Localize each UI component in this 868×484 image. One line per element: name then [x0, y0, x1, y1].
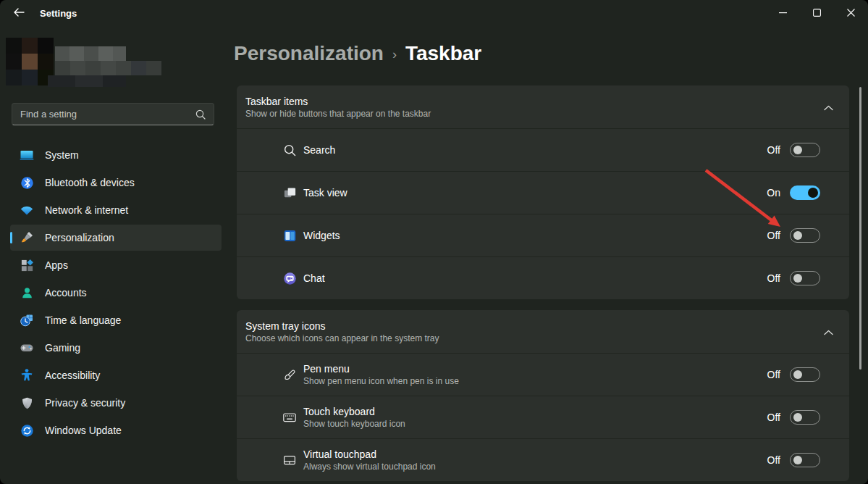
setting-row-pen-menu: Pen menu Show pen menu icon when pen is …: [237, 353, 849, 396]
pen-icon: [282, 367, 298, 383]
back-button[interactable]: [9, 4, 29, 22]
search-toggle[interactable]: [790, 143, 820, 157]
setting-row-search: Search Off: [237, 128, 849, 171]
search-icon: [195, 109, 206, 120]
toggle-state-label: On: [767, 187, 780, 199]
time-language-icon: [19, 313, 35, 327]
sidebar-item-label: Apps: [45, 259, 68, 271]
main-content: Personalization › Taskbar Taskbar items …: [233, 26, 868, 484]
chat-icon: [282, 270, 298, 286]
accessibility-icon: [19, 368, 35, 383]
apps-icon: [19, 258, 35, 272]
chevron-up-icon[interactable]: [824, 101, 833, 114]
sidebar-item-network-internet[interactable]: Network & internet: [10, 197, 222, 223]
setting-description: Show pen menu icon when pen is in use: [303, 376, 767, 387]
titlebar: Settings: [0, 0, 868, 26]
toggle-knob: [793, 456, 802, 464]
toggle-knob: [808, 188, 818, 198]
toggle-knob: [793, 231, 802, 240]
taskbar-items-card: Taskbar items Show or hide buttons that …: [237, 85, 849, 299]
sidebar-item-privacy-security[interactable]: Privacy & security: [10, 390, 222, 416]
sidebar-item-label: Gaming: [45, 342, 80, 354]
privacy-icon: [19, 396, 35, 410]
user-profile-redacted: [6, 38, 168, 87]
toggle-knob: [793, 413, 802, 422]
section-subtitle: Show or hide buttons that appear on the …: [245, 109, 824, 120]
bluetooth-icon: [19, 175, 35, 190]
sidebar-item-label: Privacy & security: [45, 397, 125, 409]
sidebar-item-label: Bluetooth & devices: [45, 177, 135, 188]
gaming-icon: [19, 341, 35, 355]
window-title: Settings: [40, 0, 77, 26]
find-a-setting-searchbox: [12, 103, 214, 125]
virtual-touchpad-icon: [282, 452, 298, 468]
breadcrumb: Personalization › Taskbar: [234, 42, 481, 65]
taskbar-items-header[interactable]: Taskbar items Show or hide buttons that …: [237, 85, 849, 128]
sidebar-item-accounts[interactable]: Accounts: [10, 280, 222, 306]
sidebar-item-time-language[interactable]: Time & language: [10, 307, 222, 333]
setting-label: Search: [303, 144, 767, 156]
sidebar-item-windows-update[interactable]: Windows Update: [10, 417, 222, 443]
setting-label: Pen menu: [303, 362, 767, 375]
setting-label: Touch keyboard: [303, 405, 767, 418]
sidebar: System Bluetooth & devices Network & int…: [0, 26, 233, 484]
toggle-state-label: Off: [767, 272, 780, 284]
touch-keyboard-toggle[interactable]: [790, 410, 820, 425]
sidebar-item-apps[interactable]: Apps: [10, 252, 222, 278]
setting-label: Virtual touchpad: [303, 448, 767, 461]
section-title: Taskbar items: [245, 95, 824, 108]
maximize-button[interactable]: [800, 0, 834, 26]
sidebar-item-label: Windows Update: [45, 425, 122, 436]
chevron-up-icon[interactable]: [824, 325, 833, 338]
setting-label: Widgets: [303, 230, 767, 241]
setting-label: Task view: [303, 187, 767, 199]
vertical-scrollbar[interactable]: [859, 87, 861, 370]
back-arrow-icon: [13, 7, 25, 20]
selected-indicator: [10, 232, 12, 243]
breadcrumb-parent[interactable]: Personalization: [234, 42, 384, 65]
sidebar-item-accessibility[interactable]: Accessibility: [10, 362, 222, 388]
sidebar-item-label: System: [45, 149, 79, 161]
minimize-icon: [779, 8, 787, 19]
system-tray-icons-header[interactable]: System tray icons Choose which icons can…: [237, 310, 849, 353]
sidebar-item-bluetooth-devices[interactable]: Bluetooth & devices: [10, 170, 222, 196]
task-view-icon: [282, 185, 298, 201]
sidebar-item-label: Personalization: [45, 232, 114, 243]
setting-row-touch-keyboard: Touch keyboard Show touch keyboard icon …: [237, 396, 849, 438]
sidebar-nav: System Bluetooth & devices Network & int…: [0, 141, 233, 445]
sidebar-item-system[interactable]: System: [10, 142, 222, 168]
task-view-toggle[interactable]: [790, 185, 820, 200]
virtual-touchpad-toggle[interactable]: [790, 453, 820, 467]
setting-row-widgets: Widgets Off: [237, 214, 849, 256]
sidebar-item-label: Accessibility: [45, 370, 100, 381]
system-icon: [19, 148, 35, 162]
setting-row-chat: Chat Off: [237, 256, 849, 299]
setting-row-task-view: Task view On: [237, 171, 849, 214]
section-title: System tray icons: [245, 320, 824, 333]
breadcrumb-separator-icon: ›: [392, 47, 397, 62]
close-icon: [847, 8, 855, 19]
sidebar-item-label: Accounts: [45, 287, 87, 299]
window-controls: [766, 0, 868, 26]
system-tray-icons-card: System tray icons Choose which icons can…: [237, 310, 849, 481]
widgets-toggle[interactable]: [790, 228, 820, 243]
search-icon: [282, 142, 298, 158]
chat-toggle[interactable]: [790, 271, 820, 285]
toggle-state-label: Off: [767, 144, 780, 156]
minimize-button[interactable]: [766, 0, 800, 26]
setting-description: Show touch keyboard icon: [303, 419, 767, 430]
search-input[interactable]: [12, 109, 195, 120]
accounts-icon: [19, 285, 35, 300]
toggle-knob: [793, 274, 802, 283]
page-title: Taskbar: [405, 42, 481, 65]
toggle-state-label: Off: [767, 412, 780, 423]
pen-menu-toggle[interactable]: [790, 367, 820, 382]
toggle-state-label: Off: [767, 454, 780, 466]
sidebar-item-personalization[interactable]: Personalization: [10, 225, 222, 251]
sidebar-item-gaming[interactable]: Gaming: [10, 335, 222, 361]
toggle-knob: [793, 146, 802, 154]
toggle-state-label: Off: [767, 230, 780, 241]
close-button[interactable]: [834, 0, 868, 26]
personalization-icon: [19, 230, 35, 245]
setting-row-virtual-touchpad: Virtual touchpad Always show virtual tou…: [237, 438, 849, 481]
